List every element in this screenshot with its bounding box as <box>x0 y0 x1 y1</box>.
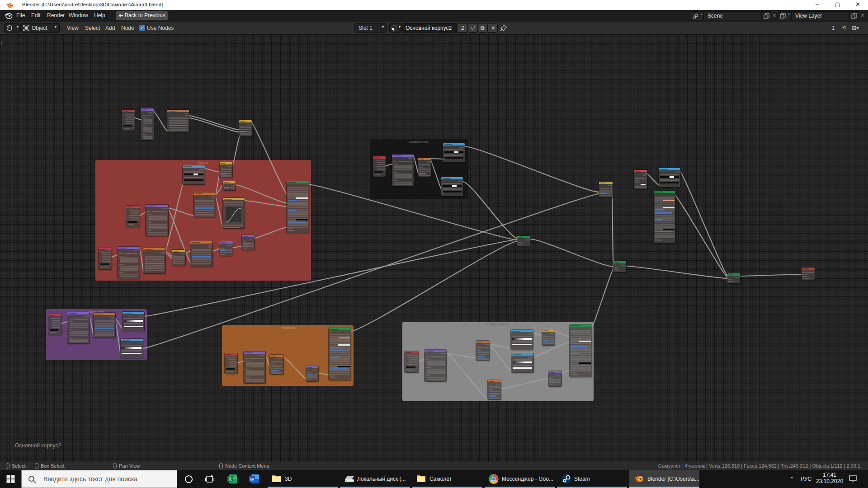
svg-text:X: X <box>229 477 232 482</box>
svg-text:W: W <box>250 477 254 482</box>
